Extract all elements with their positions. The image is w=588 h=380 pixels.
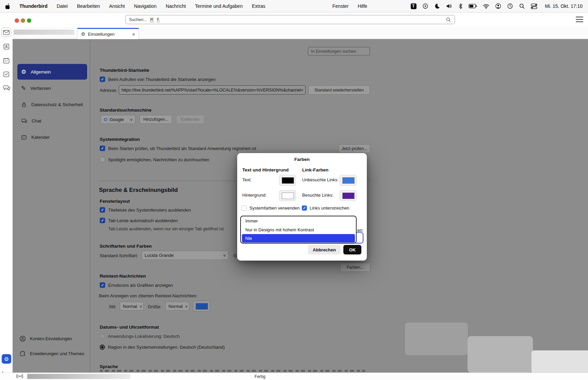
settings-search-placeholder: In Einstellungen suchen [311,49,356,54]
status-progress-bar [27,374,130,379]
global-search-input[interactable]: Suchen... ⌘ K [125,15,455,24]
search-engine-value: Google [110,117,124,122]
menu-ansicht[interactable]: Ansicht [109,3,125,9]
menu-navigation[interactable]: Navigation [134,3,157,9]
menu-thunderbird[interactable]: Thunderbird [19,3,47,9]
volume-icon[interactable] [446,3,453,9]
search-engine-select[interactable]: G Google ∨ [101,115,135,124]
user-circle-icon[interactable] [495,3,501,9]
sidebar-item-erweiterungen[interactable]: Erweiterungen und Themes [19,350,84,357]
checkbox-hide-titlebar[interactable]: ✓ [100,207,105,213]
radio-region[interactable] [100,345,105,350]
menu-extras[interactable]: Extras [252,3,265,9]
menu-bearbeiten[interactable]: Bearbeiten [77,3,100,9]
background-color-label: Hintergrund: [242,193,267,198]
stil-select[interactable]: Normal ∨ [120,302,144,311]
check-icon: ✓ [101,77,104,82]
menu-bar-clock[interactable]: Mi. 15. Okt. 17:10 [545,3,583,9]
mail-space-icon[interactable] [3,29,10,36]
check-icon: ✓ [101,283,104,287]
add-engine-button[interactable]: Hinzufügen... [140,115,172,124]
visited-color-swatch[interactable] [340,190,357,201]
tasks-space-icon[interactable] [3,71,10,78]
play-circle-icon[interactable] [422,3,428,9]
google-icon: G [104,117,107,122]
sidebar-item-verfassen[interactable]: ✎ Verfassen [17,80,87,96]
checkbox-label: Titelleiste des Systemfensters ausblende… [108,208,191,213]
background-color-swatch[interactable] [279,190,296,201]
settings-search-input[interactable]: In Einstellungen suchen [308,47,370,55]
settings-space-button[interactable]: ⚙ [2,354,11,364]
checkbox-show-startpage[interactable]: ✓ [100,77,105,82]
menu-nachricht[interactable]: Nachricht [166,3,186,9]
checkbox-autohide-tabbar[interactable]: ✓ [100,218,105,223]
radio-row-region: Region in den Systemeinstellungen: Deuts… [100,345,225,350]
dialog-title: Farben [237,157,367,162]
ok-button[interactable]: OK [343,245,361,254]
section-heading-suchmaschine: Standardsuchmaschine [100,108,151,113]
dropdown-option-kontrast[interactable]: Nur in Designs mit hohem Kontrast [241,226,356,234]
minimize-window-button[interactable] [21,18,25,23]
checkbox-system-colors[interactable] [242,205,247,211]
unvisited-color-swatch[interactable] [340,175,357,186]
text-color-swatch[interactable] [279,175,296,186]
checkbox-spotlight[interactable] [100,157,105,162]
thunderbird-badge-icon[interactable]: T [411,3,416,9]
dropdown-option-immer[interactable]: Immer [241,217,356,226]
broadcast-icon [16,374,24,379]
history-icon[interactable] [507,3,513,9]
app-menu-icon[interactable] [576,17,583,22]
check-icon: ✓ [101,218,104,223]
checkbox-label: Links unterstreichen [310,205,349,211]
account-icon [19,335,26,342]
default-font-select[interactable]: Lucida Grande ∨ [142,251,229,260]
checkbox-default-app[interactable]: ✓ [100,146,105,151]
clipped-text-row [100,370,365,372]
ghost-panel [468,336,533,373]
autohide-note: Tab-Leiste ausblenden, wenn nur ein einz… [108,227,224,231]
tab-einstellungen[interactable]: ⚙ Einstellungen × [77,29,139,39]
tab-label: Einstellungen [88,32,115,37]
checkbox-row-spotlight: Spotlight ermöglichen, Nachrichten zu du… [100,157,209,162]
checkbox-underline-links[interactable]: ✓ [302,205,307,211]
apple-menu[interactable] [5,3,10,9]
address-book-space-icon[interactable] [3,43,10,50]
section-heading-datum: Datums- und Uhrzeitformat [100,325,159,330]
menu-hilfe[interactable]: Hilfe [358,3,367,9]
chevron-down-icon: ∨ [185,304,188,308]
calendar-space-icon[interactable] [3,57,10,64]
sidebar-item-allgemein[interactable]: ⚙ Allgemein [17,64,87,80]
address-input[interactable]: https://live.thunderbird.net/%APP%/start… [119,85,306,95]
bluetooth-icon[interactable] [458,3,463,9]
close-window-button[interactable] [15,18,19,23]
remove-engine-button[interactable]: Entfernen [176,115,204,124]
groesse-select[interactable]: Normal ∨ [165,302,189,311]
sidebar-item-datenschutz[interactable]: Datenschutz & Sicherheit [17,97,87,112]
radio-app-locale[interactable] [100,334,105,339]
close-icon[interactable]: × [132,31,135,37]
menu-fenster[interactable]: Fenster [332,3,348,9]
cancel-button[interactable]: Abbrechen [308,245,341,254]
colors-button[interactable]: Farben... [340,263,370,272]
zoom-window-button[interactable] [27,18,31,23]
sidebar-item-konten-einstellungen[interactable]: Konten-Einstellungen [19,335,72,342]
sidebar-item-chat[interactable]: Chat [17,113,87,129]
restore-default-button[interactable]: Standard wiederherstellen [308,85,370,95]
moon-icon[interactable] [434,3,440,9]
control-center-icon[interactable] [531,3,537,9]
check-now-button[interactable]: Jetzt prüfen... [339,144,370,153]
sidebar-footer-label: Konten-Einstellungen [30,336,72,341]
checkbox-emoticons[interactable]: ✓ [100,282,105,288]
sidebar-item-kalender[interactable]: Kalender [17,129,87,145]
dropdown-option-nie-selected[interactable]: Nie [242,234,355,243]
search-placeholder: Suchen... [129,17,147,22]
chat-space-icon[interactable] [3,84,10,91]
battery-icon[interactable] [469,4,477,9]
menu-datei[interactable]: Datei [56,3,68,9]
section-heading-schriftarten: Schriftarten und Farben [100,244,152,249]
menu-termine[interactable]: Termine und Aufgaben [195,3,243,9]
quote-color-swatch[interactable] [193,301,210,312]
wifi-icon[interactable] [483,4,489,9]
column-heading-links: Link-Farben [302,167,328,172]
search-icon[interactable] [519,3,525,9]
